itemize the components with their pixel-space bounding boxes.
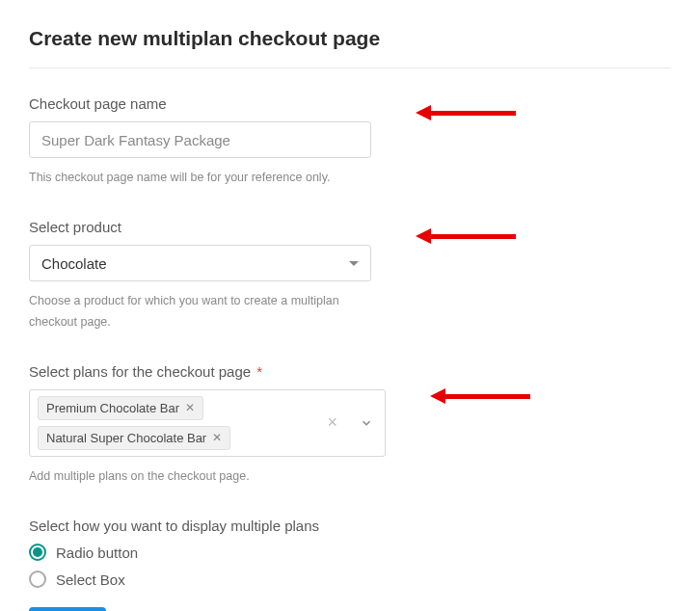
select-product-label: Select product [29, 219, 671, 235]
expand-plans-icon[interactable] [348, 416, 385, 430]
remove-tag-icon[interactable]: ✕ [212, 431, 222, 444]
field-select-product: Select product Chocolate Choose a produc… [29, 219, 671, 332]
plan-tag-label: Natural Super Chocolate Bar [46, 431, 206, 445]
radio-label: Radio button [56, 545, 138, 561]
select-product-value: Chocolate [41, 255, 107, 272]
form-actions: Submit or Go Back [29, 607, 671, 611]
field-checkout-name: Checkout page name This checkout page na… [29, 95, 671, 188]
checkout-name-label: Checkout page name [29, 95, 671, 112]
caret-down-icon [349, 261, 359, 266]
field-select-plans: Select plans for the checkout page * Pre… [29, 363, 671, 487]
remove-tag-icon[interactable]: ✕ [185, 401, 195, 414]
select-plans-helper: Add multiple plans on the checkout page. [29, 466, 371, 487]
multiselect-controls: × [317, 390, 385, 456]
checkout-name-input[interactable] [29, 121, 371, 158]
select-plans-multiselect[interactable]: Premium Chocolate Bar ✕ Natural Super Ch… [29, 389, 386, 457]
plan-tag: Natural Super Chocolate Bar ✕ [38, 426, 230, 450]
radio-label: Select Box [56, 571, 125, 588]
checkout-name-helper: This checkout page name will be for your… [29, 168, 371, 188]
radio-icon [29, 571, 46, 588]
radio-checked-icon [33, 547, 42, 557]
radio-option-select-box[interactable]: Select Box [29, 571, 671, 588]
display-radio-group: Radio button Select Box [29, 544, 671, 588]
display-mode-label: Select how you want to display multiple … [29, 518, 671, 534]
field-display-mode: Select how you want to display multiple … [29, 518, 671, 588]
clear-all-icon[interactable]: × [317, 412, 347, 433]
radio-option-radio-button[interactable]: Radio button [29, 544, 671, 561]
select-product-dropdown[interactable]: Chocolate [29, 245, 371, 281]
annotation-arrow-icon [429, 234, 516, 239]
annotation-arrow-icon [429, 111, 516, 116]
select-plans-label: Select plans for the checkout page * [29, 363, 671, 380]
plan-tag: Premium Chocolate Bar ✕ [38, 396, 203, 420]
plan-tag-label: Premium Chocolate Bar [46, 401, 179, 415]
select-product-helper: Choose a product for which you want to c… [29, 291, 371, 332]
submit-button[interactable]: Submit [29, 607, 106, 611]
chevron-down-icon [360, 416, 373, 430]
select-plans-label-text: Select plans for the checkout page [29, 363, 251, 380]
radio-icon [29, 544, 46, 561]
annotation-arrow-icon [444, 394, 530, 399]
page-title: Create new multiplan checkout page [29, 27, 671, 68]
plans-tags-area: Premium Chocolate Bar ✕ Natural Super Ch… [30, 390, 317, 456]
required-asterisk: * [256, 363, 262, 380]
